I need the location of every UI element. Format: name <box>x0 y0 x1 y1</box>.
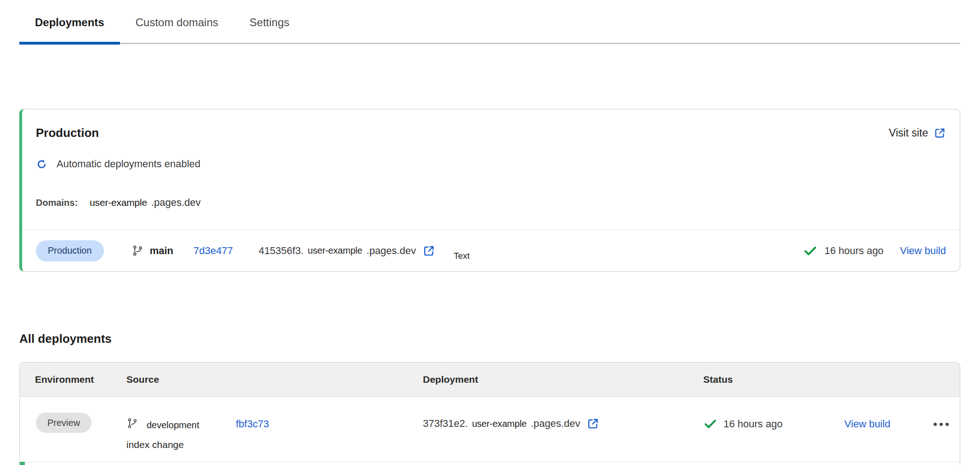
tab-deployments-label: Deployments <box>35 16 104 29</box>
visit-site-label: Visit site <box>889 127 928 139</box>
external-link-icon <box>934 127 946 139</box>
table-row: Preview development fbf3c73 index change… <box>20 397 960 462</box>
external-link-icon[interactable] <box>422 244 435 257</box>
environment-badge-preview: Preview <box>36 413 91 433</box>
row-note: Text <box>454 251 470 261</box>
view-build-link[interactable]: View build <box>900 245 946 257</box>
auto-deployments-status: Automatic deployments enabled <box>36 158 200 170</box>
refresh-icon <box>36 159 47 170</box>
domains-row: Domains: user-example .pages.dev <box>36 197 201 209</box>
domain-suffix: .pages.dev <box>151 197 201 209</box>
pages-deployments-view: Deployments Custom domains Settings Prod… <box>0 0 980 465</box>
deployment-url-suffix: .pages.dev <box>366 245 416 257</box>
success-check-icon <box>703 417 717 431</box>
deployment-url-name: user-example <box>308 245 363 256</box>
commit-link[interactable]: 7d3e477 <box>194 245 233 257</box>
domains-label: Domains: <box>36 198 78 208</box>
external-link-icon[interactable] <box>587 417 599 430</box>
deployment-url-suffix: .pages.dev <box>531 418 581 430</box>
tab-settings[interactable]: Settings <box>234 0 305 45</box>
next-row-accent-peek <box>20 462 25 465</box>
success-check-icon <box>803 244 817 258</box>
deployment-time: 16 hours ago <box>825 245 883 257</box>
git-branch-icon <box>126 417 138 429</box>
domain-name: user-example <box>90 197 147 208</box>
deployment-url-name: user-example <box>472 419 527 429</box>
column-header-deployment: Deployment <box>423 363 478 397</box>
commit-link[interactable]: fbf3c73 <box>236 418 269 430</box>
view-build-link[interactable]: View build <box>844 418 890 430</box>
deployment-url-prefix: 415356f3. <box>259 245 304 257</box>
git-branch-icon <box>131 244 144 257</box>
tab-custom-domains[interactable]: Custom domains <box>120 0 234 45</box>
tab-custom-domains-label: Custom domains <box>136 16 218 29</box>
table-header-row: Environment Source Deployment Status <box>20 363 960 397</box>
production-card-header: Production Visit site <box>36 126 946 140</box>
column-header-status: Status <box>703 363 733 397</box>
deployment-url: 415356f3. user-example .pages.dev <box>259 244 435 257</box>
tab-settings-label: Settings <box>250 16 290 29</box>
production-card: Production Visit site Automa <box>19 109 960 272</box>
branch-name: development <box>147 420 199 431</box>
deployment-url: 373f31e2. user-example .pages.dev <box>423 417 599 430</box>
all-deployments-heading: All deployments <box>19 332 112 346</box>
auto-deployments-text: Automatic deployments enabled <box>57 158 200 170</box>
production-deployment-row: Production main 7d3e477 415356f3. user-e… <box>22 230 960 271</box>
deployment-time: 16 hours ago <box>724 418 782 430</box>
visit-site-link[interactable]: Visit site <box>889 127 946 139</box>
deployment-url-prefix: 373f31e2. <box>423 418 468 430</box>
branch-name: main <box>150 245 173 257</box>
column-header-source: Source <box>126 363 159 397</box>
tab-bar: Deployments Custom domains Settings <box>19 0 960 45</box>
tab-deployments[interactable]: Deployments <box>19 0 120 45</box>
column-header-environment: Environment <box>35 363 94 397</box>
row-actions-menu-icon[interactable] <box>934 423 949 426</box>
environment-badge-production: Production <box>36 240 104 261</box>
production-card-title: Production <box>36 126 99 140</box>
all-deployments-table: Environment Source Deployment Status Pre… <box>19 362 960 465</box>
commit-message: index change <box>126 439 184 450</box>
